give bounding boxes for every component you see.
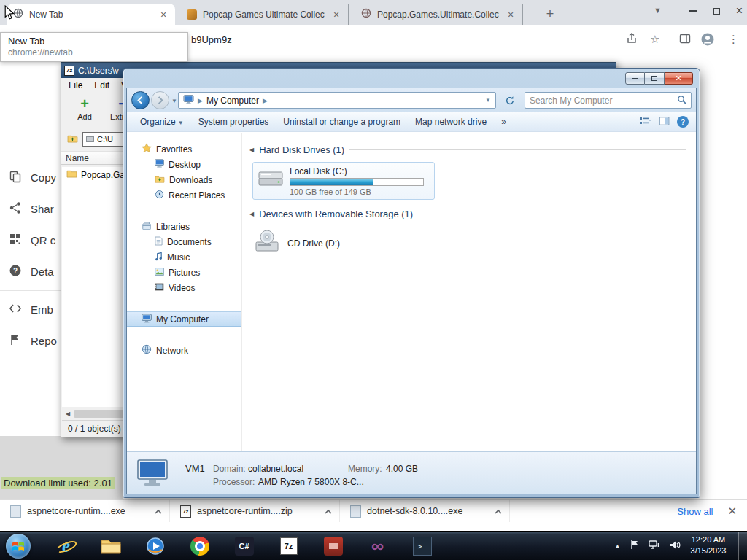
tab-close-icon[interactable]: × bbox=[505, 9, 516, 20]
close-download-bar-icon[interactable]: ✕ bbox=[727, 505, 737, 518]
profile-avatar[interactable] bbox=[701, 33, 714, 49]
volume-icon[interactable] bbox=[670, 540, 681, 553]
restore-icon[interactable] bbox=[713, 8, 720, 15]
uninstall-program-button[interactable]: Uninstall or change a program bbox=[276, 117, 408, 127]
media-player-taskbar-icon[interactable] bbox=[133, 534, 177, 559]
hidden-icons-arrow[interactable]: ▲ bbox=[614, 542, 621, 550]
drive-info: Local Disk (C:) 100 GB free of 149 GB bbox=[290, 166, 428, 196]
search-input[interactable] bbox=[530, 96, 677, 106]
memory-label: Memory: bbox=[348, 464, 382, 474]
side-panel-icon[interactable] bbox=[679, 33, 691, 47]
sidebar-item-libraries[interactable]: Libraries bbox=[127, 219, 241, 234]
tab-popcap-collection[interactable]: Popcap.Games.Ultimate.Collecti × bbox=[355, 4, 523, 25]
red-app-taskbar-icon[interactable] bbox=[311, 534, 355, 559]
forward-button[interactable] bbox=[151, 91, 169, 109]
system-properties-button[interactable]: System properties bbox=[191, 117, 276, 127]
menu-file[interactable]: File bbox=[63, 80, 88, 90]
organize-button[interactable]: Organize▼ bbox=[133, 117, 191, 127]
address-dropdown-icon[interactable]: ▼ bbox=[485, 97, 491, 104]
cd-drive-name: CD Drive (D:) bbox=[287, 238, 340, 249]
memory-value: 4.00 GB bbox=[386, 464, 418, 474]
tab-search-chevron-icon[interactable]: ▼ bbox=[654, 6, 662, 15]
sidebar-label: Downloads bbox=[169, 175, 212, 185]
add-button[interactable]: + Add bbox=[69, 95, 101, 121]
breadcrumb-my-computer[interactable]: My Computer bbox=[206, 96, 259, 106]
sevenzip-taskbar-icon[interactable]: 7z bbox=[266, 534, 311, 559]
sidebar-item-documents[interactable]: Documents bbox=[127, 234, 241, 249]
search-magnifier-icon[interactable] bbox=[677, 94, 686, 107]
sidebar-item-music[interactable]: Music bbox=[127, 249, 241, 265]
download-item[interactable]: 7z aspnetcore-runtim....zip bbox=[170, 500, 340, 522]
sidebar-item-desktop[interactable]: Desktop bbox=[127, 157, 241, 172]
network-icon[interactable] bbox=[649, 540, 660, 553]
refresh-button[interactable] bbox=[501, 93, 518, 109]
back-button[interactable] bbox=[131, 91, 150, 109]
sidebar-item-my-computer[interactable]: My Computer bbox=[127, 311, 241, 327]
group-header-hdd[interactable]: ◀ Hard Disk Drives (1) bbox=[249, 143, 686, 156]
start-button[interactable] bbox=[6, 534, 31, 559]
chevron-up-icon[interactable] bbox=[155, 506, 162, 516]
sidebar-item-favorites[interactable]: Favorites bbox=[127, 141, 241, 157]
visual-studio-taskbar-icon[interactable]: ∞ bbox=[355, 534, 400, 559]
sidebar-item-videos[interactable]: Videos bbox=[127, 280, 241, 295]
download-item[interactable]: aspnetcore-runtim....exe bbox=[0, 500, 170, 522]
history-chevron-icon[interactable]: ▼ bbox=[171, 98, 177, 104]
chevron-up-icon[interactable] bbox=[325, 506, 332, 516]
csharp-taskbar-icon[interactable]: C# bbox=[222, 534, 266, 559]
tab-popcap-games[interactable]: Popcap Games Ultimate Collecti × bbox=[181, 4, 349, 25]
minimize-icon[interactable] bbox=[689, 10, 697, 12]
download-item[interactable]: dotnet-sdk-8.0.10....exe bbox=[340, 500, 510, 522]
search-box[interactable] bbox=[525, 92, 692, 109]
minimize-button[interactable] bbox=[625, 72, 645, 85]
explorer-body: ▼ ▶ My Computer ▶ ▼ Organize▼ System pro… bbox=[126, 88, 697, 494]
download-filename: aspnetcore-runtim....exe bbox=[27, 506, 149, 516]
chrome-taskbar-icon[interactable] bbox=[177, 534, 222, 559]
maximize-button[interactable] bbox=[645, 72, 665, 85]
action-center-flag-icon[interactable] bbox=[630, 540, 639, 553]
close-icon[interactable]: × bbox=[736, 5, 743, 17]
sidebar-item-pictures[interactable]: Pictures bbox=[127, 265, 241, 280]
menu-item-label: Deta bbox=[31, 265, 54, 278]
scroll-left-icon[interactable]: ◀ bbox=[62, 411, 74, 417]
explorer-taskbar-icon[interactable] bbox=[88, 534, 133, 559]
chevron-up-icon[interactable] bbox=[495, 506, 502, 516]
menu-dots-icon[interactable]: ⋮ bbox=[728, 33, 739, 46]
group-header-removable[interactable]: ◀ Devices with Removable Storage (1) bbox=[249, 207, 686, 220]
tab-close-icon[interactable]: × bbox=[158, 9, 169, 20]
add-button-label: Add bbox=[77, 112, 92, 121]
menu-item-label: Shar bbox=[31, 203, 54, 215]
terminal-taskbar-icon[interactable]: >_ bbox=[400, 534, 444, 559]
sidebar-label: Documents bbox=[167, 237, 212, 247]
close-button[interactable]: ✕ bbox=[665, 72, 693, 85]
map-network-drive-button[interactable]: Map network drive bbox=[408, 117, 494, 127]
tab-close-icon[interactable]: × bbox=[330, 9, 342, 20]
share-icon[interactable] bbox=[626, 33, 638, 47]
file-name: Popcap.Ga bbox=[81, 170, 125, 180]
views-button[interactable] bbox=[640, 117, 651, 128]
show-all-downloads-link[interactable]: Show all bbox=[677, 506, 713, 517]
address-bar[interactable]: ▶ My Computer ▶ ▼ bbox=[178, 92, 496, 109]
folder-up-icon[interactable] bbox=[67, 133, 78, 146]
new-tab-button[interactable]: + bbox=[541, 5, 559, 23]
local-disk-c-item[interactable]: Local Disk (C:) 100 GB free of 149 GB bbox=[252, 162, 435, 200]
sidebar-item-network[interactable]: Network bbox=[127, 343, 241, 358]
help-button[interactable]: ? bbox=[677, 116, 689, 128]
sidebar-item-downloads[interactable]: Downloads bbox=[127, 172, 241, 187]
more-commands-chevron[interactable]: » bbox=[494, 117, 514, 127]
ie-taskbar-icon[interactable]: e bbox=[44, 534, 88, 559]
bookmark-star-icon[interactable]: ☆ bbox=[650, 33, 659, 46]
sidebar-label: Recent Places bbox=[169, 190, 225, 201]
tab-new-tab[interactable]: New Tab × bbox=[7, 4, 175, 25]
sidebar-item-recent-places[interactable]: Recent Places bbox=[127, 187, 241, 203]
breadcrumb-arrow-icon[interactable]: ▶ bbox=[263, 97, 268, 104]
taskbar-clock[interactable]: 12:20 AM 3/15/2023 bbox=[681, 534, 735, 556]
cd-drive-d-item[interactable]: CD Drive (D:) bbox=[252, 229, 686, 257]
address-bar-url-fragment[interactable]: b9Upm9z bbox=[191, 34, 232, 45]
menu-item-label: Copy bbox=[31, 171, 56, 184]
preview-pane-button[interactable] bbox=[659, 117, 670, 128]
show-desktop-button[interactable] bbox=[738, 532, 747, 560]
sidebar-label: Libraries bbox=[156, 222, 190, 232]
menu-item-label: Repo bbox=[31, 335, 57, 347]
menu-edit[interactable]: Edit bbox=[88, 80, 115, 90]
videos-film-icon bbox=[155, 283, 164, 293]
